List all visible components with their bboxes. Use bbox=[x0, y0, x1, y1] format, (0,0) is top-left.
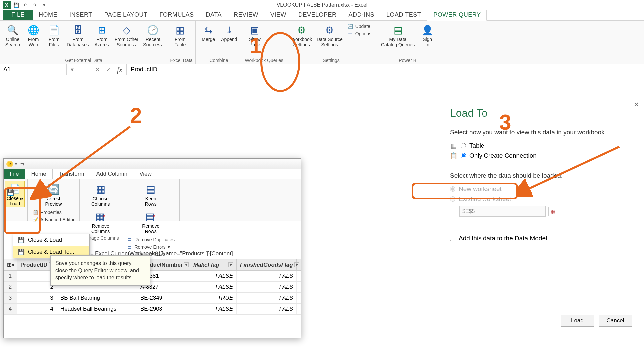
tab-developer[interactable]: DEVELOPER bbox=[292, 9, 343, 20]
update-button[interactable]: 🔄Update bbox=[347, 23, 371, 29]
connection-icon: 📋 bbox=[450, 152, 457, 159]
radio-table[interactable] bbox=[461, 143, 466, 148]
qe-tab-view[interactable]: View bbox=[133, 169, 158, 179]
range-picker-icon: ▦ bbox=[548, 207, 557, 216]
select-view-label: Select how you want to view this data in… bbox=[450, 129, 632, 136]
annotation-3: 3 bbox=[499, 110, 511, 135]
refresh-icon: 🔄 bbox=[347, 23, 353, 29]
table-row[interactable]: 33BB Ball BearingBE-2349TRUEFALS bbox=[4, 293, 301, 304]
tab-insert[interactable]: INSERT bbox=[63, 9, 98, 20]
save-icon[interactable]: 💾 bbox=[12, 1, 20, 9]
ribbon-tabs: FILE HOME INSERT PAGE LAYOUT FORMULAS DA… bbox=[0, 10, 644, 21]
remove-rows-button[interactable]: ▤✕Remove Rows bbox=[125, 208, 177, 235]
namebox-dropdown-icon[interactable]: ▾ bbox=[71, 66, 74, 73]
table-row[interactable]: 11R-5381FALSEFALS bbox=[4, 271, 301, 282]
other-sources-icon: ◇ bbox=[120, 23, 133, 37]
table-row[interactable]: 22A-8327FALSEFALS bbox=[4, 282, 301, 293]
from-other-sources-button[interactable]: ◇From Other Sources bbox=[113, 22, 141, 49]
my-data-catalog-button[interactable]: ▤My Data Catalog Queries bbox=[379, 22, 417, 49]
fx-icon[interactable]: fx bbox=[117, 65, 122, 74]
checkbox-data-model[interactable] bbox=[450, 236, 455, 241]
ribbon: 🔍Online Search 🌐From Web 📄From File 🗄Fro… bbox=[0, 21, 644, 64]
row-header-corner[interactable]: ⊞▾ bbox=[4, 259, 17, 270]
keep-rows-icon: ▤ bbox=[144, 182, 158, 196]
title-bar: X 💾 ↶ ↷ ▾ VLOOKUP FALSE Pattern.xlsx - E… bbox=[0, 0, 644, 10]
tooltip: Save your changes to this query, close t… bbox=[50, 255, 150, 286]
name-box[interactable]: A1 bbox=[0, 64, 67, 75]
options-button[interactable]: ☰Options bbox=[347, 31, 371, 37]
from-file-button[interactable]: 📄From File bbox=[44, 22, 64, 49]
group-combine: Combine bbox=[198, 57, 239, 63]
tab-view[interactable]: VIEW bbox=[264, 9, 292, 20]
remove-errors-button[interactable]: ▤Remove Errors ▾ bbox=[127, 244, 175, 250]
group-settings: Settings bbox=[289, 57, 373, 63]
load-to-title: Load To bbox=[450, 107, 632, 119]
file-icon: 📄 bbox=[47, 23, 61, 37]
close-load-icon: 💾 bbox=[17, 236, 25, 244]
col-makeflag[interactable]: MakeFlag bbox=[190, 259, 237, 270]
tab-powerquery[interactable]: POWER QUERY bbox=[427, 9, 487, 21]
cancel-button[interactable]: Cancel bbox=[599, 315, 632, 327]
options-icon: ☰ bbox=[347, 31, 353, 37]
online-search-button[interactable]: 🔍Online Search bbox=[3, 22, 23, 49]
accept-icon[interactable]: ✓ bbox=[106, 66, 111, 73]
recent-sources-button[interactable]: 🕑Recent Sources bbox=[141, 22, 164, 49]
formula-input[interactable]: ProductID bbox=[126, 64, 644, 75]
tab-data[interactable]: DATA bbox=[200, 9, 228, 20]
append-button[interactable]: ⤓Append bbox=[219, 22, 239, 43]
from-table-button[interactable]: ▦From Table bbox=[170, 22, 190, 49]
errors-icon: ▤ bbox=[127, 244, 133, 250]
tab-addins[interactable]: ADD-INS bbox=[343, 9, 381, 20]
worksheet-cell-input bbox=[459, 206, 546, 217]
tab-file[interactable]: FILE bbox=[3, 9, 33, 20]
database-icon: 🗄 bbox=[71, 23, 85, 37]
tab-home[interactable]: HOME bbox=[33, 9, 63, 20]
tab-loadtest[interactable]: LOAD TEST bbox=[380, 9, 427, 20]
from-azure-button[interactable]: ⊞From Azure bbox=[92, 22, 112, 49]
append-icon: ⤓ bbox=[222, 23, 236, 37]
annotation-1: 1 bbox=[250, 33, 262, 58]
tab-pagelayout[interactable]: PAGE LAYOUT bbox=[98, 9, 154, 20]
merge-button[interactable]: ⇆Merge bbox=[198, 22, 218, 43]
qe-tab-file[interactable]: File bbox=[4, 169, 25, 179]
gear-icon: ⚙ bbox=[295, 23, 308, 37]
radio-only-connection[interactable] bbox=[461, 153, 466, 158]
svg-line-1 bbox=[526, 147, 619, 190]
remove-columns-button[interactable]: ▦✕Remove Columns bbox=[82, 208, 119, 235]
recent-icon: 🕑 bbox=[146, 23, 160, 37]
data-source-settings-button[interactable]: ⚙Data Source Settings bbox=[315, 22, 345, 49]
sign-in-button[interactable]: 👤Sign In bbox=[417, 22, 437, 49]
menu-close-load[interactable]: 💾Close & Load bbox=[13, 234, 89, 246]
col-finishedgoodsflag[interactable]: FinishedGoodsFlag bbox=[237, 259, 297, 270]
tab-formulas[interactable]: FORMULAS bbox=[154, 9, 200, 20]
undo-icon[interactable]: ↶ bbox=[21, 1, 29, 9]
group-power-bi: Power BI bbox=[379, 57, 437, 63]
opt-add-to-model[interactable]: Add this data to the Data Model bbox=[450, 233, 632, 243]
table-icon: ▦ bbox=[173, 23, 187, 37]
remove-duplicates-button[interactable]: ▤Remove Duplicates bbox=[127, 237, 175, 243]
excel-icon: X bbox=[3, 1, 11, 9]
group-get-external-data: Get External Data bbox=[3, 57, 164, 63]
formula-bar: A1 ▾ ⋮ ✕ ✓ fx ProductID bbox=[0, 64, 644, 75]
window-title: VLOOKUP FALSE Pattern.xlsx - Excel bbox=[277, 2, 368, 8]
close-icon[interactable]: ✕ bbox=[634, 100, 639, 108]
remove-rows-icon: ▤✕ bbox=[144, 209, 158, 223]
qat-dropdown[interactable]: ▾ bbox=[40, 1, 48, 9]
user-icon: 👤 bbox=[421, 23, 434, 37]
from-web-button[interactable]: 🌐From Web bbox=[23, 22, 43, 49]
cancel-icon[interactable]: ✕ bbox=[95, 66, 100, 73]
table-row[interactable]: 44Headset Ball BearingsBE-2908FALSEFALS bbox=[4, 304, 301, 315]
web-icon: 🌐 bbox=[27, 23, 40, 37]
annotation-circle-1 bbox=[260, 32, 300, 92]
tab-review[interactable]: REVIEW bbox=[228, 9, 264, 20]
redo-icon[interactable]: ↷ bbox=[31, 1, 39, 9]
close-load-dropdown: 💾Close & Load 💾Close & Load To... bbox=[13, 234, 90, 258]
quick-access-toolbar: X 💾 ↶ ↷ ▾ bbox=[0, 1, 48, 9]
feedback-icon[interactable]: 🙂 bbox=[6, 161, 13, 167]
load-button[interactable]: Load bbox=[561, 315, 594, 327]
duplicates-icon: ▤ bbox=[127, 237, 133, 243]
annotation-arrow-2 bbox=[30, 123, 137, 200]
merge-icon: ⇆ bbox=[202, 23, 215, 37]
from-database-button[interactable]: 🗄From Database bbox=[65, 22, 91, 49]
annotation-arrow-3 bbox=[516, 143, 629, 197]
